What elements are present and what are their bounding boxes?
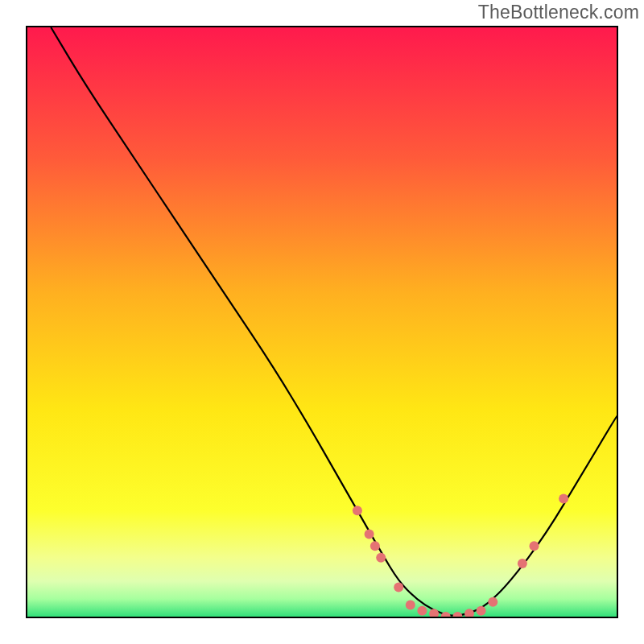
highlight-dot — [429, 609, 439, 617]
curve-layer — [27, 27, 617, 617]
chart-frame: TheBottleneck.com — [0, 0, 644, 644]
highlight-dot — [464, 609, 474, 617]
highlight-dot — [417, 606, 427, 616]
plot-area — [26, 26, 618, 618]
highlight-dots — [353, 494, 568, 617]
highlight-dot — [370, 541, 380, 551]
highlight-dot — [518, 559, 527, 568]
highlight-dot — [394, 582, 403, 592]
highlight-dot — [452, 612, 462, 617]
highlight-dot — [488, 597, 497, 607]
highlight-dot — [406, 600, 415, 609]
highlight-dot — [365, 530, 374, 539]
highlight-dot — [477, 606, 486, 616]
highlight-dot — [530, 541, 539, 551]
watermark-text: TheBottleneck.com — [478, 2, 639, 23]
highlight-dot — [353, 506, 362, 515]
bottleneck-curve — [51, 27, 617, 616]
highlight-dot — [376, 553, 386, 563]
highlight-dot — [441, 612, 451, 617]
highlight-dot — [559, 494, 568, 504]
